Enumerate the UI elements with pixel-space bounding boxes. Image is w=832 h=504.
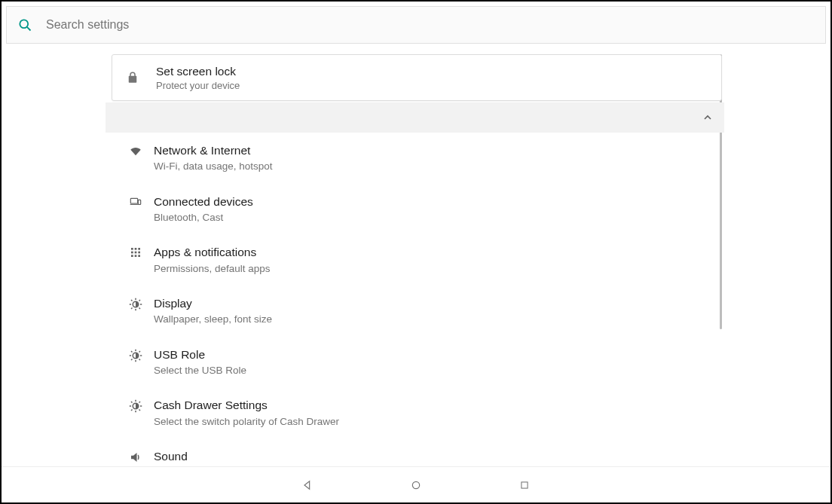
settings-row-apps[interactable]: Apps & notifications Permissions, defaul… [106,234,724,286]
svg-rect-9 [135,252,137,254]
row-title: USB Role [154,347,246,362]
row-title: Display [154,296,272,311]
svg-line-38 [139,410,141,411]
wifi-icon [121,143,151,158]
sound-icon [121,449,151,464]
svg-line-20 [139,308,141,310]
suggestion-title: Set screen lock [156,65,240,78]
suggestion-subtitle: Protect your device [156,80,240,91]
settings-row-sound[interactable]: Sound Volume, vibration, Do Not Disturb [106,438,724,465]
svg-rect-3 [138,200,140,204]
svg-point-0 [20,20,28,28]
svg-point-42 [412,481,419,488]
row-title: Connected devices [154,194,253,209]
brightness-icon [121,398,151,413]
settings-row-connected-devices[interactable]: Connected devices Bluetooth, Cast [106,184,724,235]
suggestion-collapse-bar[interactable] [106,102,724,133]
svg-line-19 [131,300,133,301]
nav-back-button[interactable] [298,476,317,494]
svg-line-1 [27,27,31,31]
svg-rect-7 [138,248,140,250]
settings-row-cash-drawer[interactable]: Cash Drawer Settings Select the switch p… [106,387,724,438]
brightness-icon [121,296,151,311]
apps-grid-icon [121,245,151,258]
svg-line-37 [131,402,133,403]
svg-rect-6 [135,248,137,250]
settings-list: Network & Internet Wi-Fi, data usage, ho… [106,133,724,465]
lock-icon [126,70,147,85]
svg-line-21 [131,308,133,310]
nav-home-button[interactable] [407,476,425,494]
svg-line-31 [139,351,141,353]
devices-icon [121,194,151,208]
brightness-icon [121,347,151,362]
row-title: Sound [154,449,304,464]
svg-rect-43 [522,481,528,487]
settings-row-usb-role[interactable]: USB Role Select the USB Role [106,337,724,388]
search-input[interactable] [46,18,815,32]
svg-line-40 [139,402,141,403]
svg-marker-41 [304,481,310,489]
svg-rect-12 [135,255,137,258]
svg-rect-5 [131,248,133,250]
search-icon [17,17,32,32]
row-title: Apps & notifications [154,245,271,260]
svg-rect-10 [138,252,140,254]
suggestion-card-screen-lock[interactable]: Set screen lock Protect your device [112,54,722,101]
svg-line-22 [139,300,141,301]
settings-row-network[interactable]: Network & Internet Wi-Fi, data usage, ho… [106,133,724,184]
svg-line-39 [131,410,133,411]
nav-recent-button[interactable] [515,476,534,494]
svg-rect-11 [131,255,133,258]
row-title: Network & Internet [154,143,273,158]
row-subtitle: Wallpaper, sleep, font size [154,313,272,326]
svg-rect-2 [130,198,137,203]
chevron-up-icon [702,111,714,124]
svg-line-29 [139,359,141,360]
search-bar[interactable] [6,6,826,44]
row-subtitle: Select the switch polarity of Cash Drawe… [154,415,339,429]
svg-rect-13 [138,255,140,258]
settings-row-display[interactable]: Display Wallpaper, sleep, font size [106,286,724,337]
row-subtitle: Bluetooth, Cast [154,211,253,225]
row-title: Cash Drawer Settings [154,398,339,413]
row-subtitle: Permissions, default apps [154,262,271,276]
svg-line-28 [131,351,133,353]
android-nav-bar [2,466,830,502]
settings-content: Set screen lock Protect your device Netw… [2,48,830,465]
row-subtitle: Select the USB Role [154,364,246,377]
svg-line-30 [131,359,133,360]
row-subtitle: Wi-Fi, data usage, hotspot [154,160,273,173]
svg-rect-8 [131,252,133,254]
